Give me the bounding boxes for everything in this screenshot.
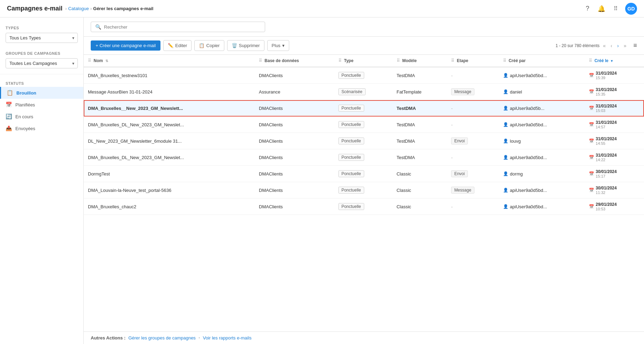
more-label: Plus [272,43,280,48]
col-etape[interactable]: ⠿ Etape [447,55,499,67]
time-value: 15:39 [596,76,617,80]
user-name: apiUser9a0d5bd... [510,73,547,78]
col-type[interactable]: ⠿ Type [334,55,392,67]
cell-nom: Message AssurBien 31-01-2024 [84,84,255,100]
autres-actions-label: Autres Actions : [91,335,126,341]
pagination-next-button[interactable]: › [616,42,620,49]
cell-base: DMAClients [255,149,334,166]
cell-modele: TestDMA [392,67,447,84]
sidebar-label-brouillon: Brouillon [16,90,36,96]
footer-link-groupes[interactable]: Gérer les groupes de campagnes [128,335,196,341]
types-section: TYPES Tous Les Types [0,23,83,44]
cell-type: Ponctuelle [334,182,392,199]
cell-nom: DL_New_2023_GM_Newsletter_6module 31... [84,133,255,149]
user-name: apiUser9a0d5b... [510,106,545,111]
cell-cree-par: 👤 apiUser9a0d5bd... [499,182,585,199]
col-base[interactable]: ⠿ Base de données [255,55,334,67]
col-base-label: Base de données [264,58,299,63]
table-row[interactable]: DMA_Bruxelles__New_2023_GM_Newslett... D… [84,100,644,117]
edit-button[interactable]: ✏️ Editer [163,40,192,51]
cell-base: DMAClients [255,199,334,215]
content-area: 🔍 + Créer une campagne e-mail ✏️ Editer … [84,17,644,344]
sidebar-item-brouillon[interactable]: 📋 Brouillon [0,87,83,99]
cell-base: DMAClients [255,133,334,149]
table-container: ⠿ Nom ⇅ ⠿ Base de données ⠿ Type [84,55,644,331]
pagination-prev-button[interactable]: ‹ [609,42,614,49]
table-row[interactable]: DMA_Louvain-la-Neuve_test_portal-5636 DM… [84,182,644,199]
sidebar: TYPES Tous Les Types GROUPES DE CAMPAGNE… [0,17,84,344]
pagination-last-button[interactable]: » [622,42,628,49]
col-nom-label: Nom [93,58,103,63]
copy-button[interactable]: 📋 Copier [194,40,224,51]
cell-nom: DMA_Bruxelles_DL_New_2023_GM_Newslet... [84,149,255,166]
cell-cree-par: 👤 apiUser9a0d5bd... [499,149,585,166]
col-type-label: Type [344,58,353,63]
time-value: 11:32 [596,190,617,195]
cell-modele: TestDMA [392,117,447,133]
table-row[interactable]: DMA_Bruxelles_DL_New_2023_GM_Newslet... … [84,149,644,166]
app-title: Campagnes e-mail [7,5,62,12]
sidebar-item-envoyees[interactable]: 📤 Envoyées [0,122,83,134]
campaigns-table: ⠿ Nom ⇅ ⠿ Base de données ⠿ Type [84,55,644,215]
apps-button[interactable]: ⠿ [612,4,620,13]
time-value: 10:53 [596,207,617,211]
sidebar-label-en-cours: En cours [15,114,33,119]
cell-cree-par: 👤 daniel [499,84,585,100]
more-button[interactable]: Plus ▾ [267,40,289,51]
cell-modele: TestDMA [392,100,447,117]
user-name: apiUser9a0d5bd... [510,204,547,209]
footer-link-rapports[interactable]: Voir les rapports e-mails [203,335,251,341]
table-row[interactable]: DL_New_2023_GM_Newsletter_6module 31... … [84,133,644,149]
cell-cree-le: 📅 29/01/2024 10:53 [585,199,644,215]
types-select[interactable]: Tous Les Types [6,33,78,43]
user-icon: 👤 [503,204,508,209]
nav-icon-en-cours: 🔄 [6,113,12,120]
col-nom[interactable]: ⠿ Nom ⇅ [84,55,255,67]
table-row[interactable]: DMA_Bruxelles_DL_New_2023_GM_Newslet... … [84,117,644,133]
cell-nom: DMA_Bruxelles__New_2023_GM_Newslett... [84,100,255,117]
user-name: apiUser9a0d5bd... [510,188,547,193]
avatar[interactable]: GD [625,3,637,15]
sidebar-item-en-cours[interactable]: 🔄 En cours [0,111,83,122]
cell-type: Ponctuelle [334,166,392,182]
col-modele[interactable]: ⠿ Modèle [392,55,447,67]
col-cree-le[interactable]: ⠿ Créé le ▾ [585,55,644,67]
groupes-select[interactable]: Toutes Les Campagnes [6,58,78,68]
breadcrumb-catalogue[interactable]: Catalogue [68,6,89,11]
cell-etape: Envoi [447,166,499,182]
cell-modele: Classic [392,166,447,182]
table-row[interactable]: DormgTest DMAClients Ponctuelle Classic … [84,166,644,182]
nav-items: 📋 Brouillon📅 Planifiées🔄 En cours📤 Envoy… [0,87,83,134]
action-bar: + Créer une campagne e-mail ✏️ Editer 📋 … [84,37,644,55]
date-value: 31/01/2024 [596,136,617,141]
time-value: 14:57 [596,125,617,129]
table-row[interactable]: Message AssurBien 31-01-2024 Assurance S… [84,84,644,100]
help-button[interactable]: ? [584,3,591,14]
delete-button[interactable]: 🗑️ Supprimer [227,40,264,51]
sort-icon-nom: ⇅ [105,59,108,63]
view-toggle-button[interactable]: ≡ [633,42,637,49]
cell-type: Scénarisée [334,84,392,100]
date-value: 29/01/2024 [596,202,617,207]
create-campaign-button[interactable]: + Créer une campagne e-mail [91,40,160,51]
notifications-button[interactable]: 🔔 [596,3,607,14]
calendar-icon: 📅 [589,188,594,193]
date-value: 31/01/2024 [596,153,617,158]
breadcrumb-current: Gérer les campagnes e-mail [93,6,153,11]
search-input[interactable] [104,24,261,30]
pagination-first-button[interactable]: « [602,42,607,49]
table-row[interactable]: DMA_Bruxelles_testnew3101 DMAClients Pon… [84,67,644,84]
table-row[interactable]: DMA_Bruxelles_chauc2 DMAClients Ponctuel… [84,199,644,215]
col-cree-par[interactable]: ⠿ Créé par [499,55,585,67]
types-title: TYPES [6,26,78,30]
sidebar-item-planifiees[interactable]: 📅 Planifiées [0,99,83,111]
cell-nom: DormgTest [84,166,255,182]
cell-base: DMAClients [255,166,334,182]
col-cree-par-label: Créé par [509,58,526,63]
cell-etape: - [447,117,499,133]
cell-cree-par: 👤 apiUser9a0d5bd... [499,199,585,215]
cell-type: Ponctuelle [334,199,392,215]
cell-type: Ponctuelle [334,133,392,149]
date-value: 30/01/2024 [596,186,617,190]
time-value: 15:35 [596,92,617,96]
